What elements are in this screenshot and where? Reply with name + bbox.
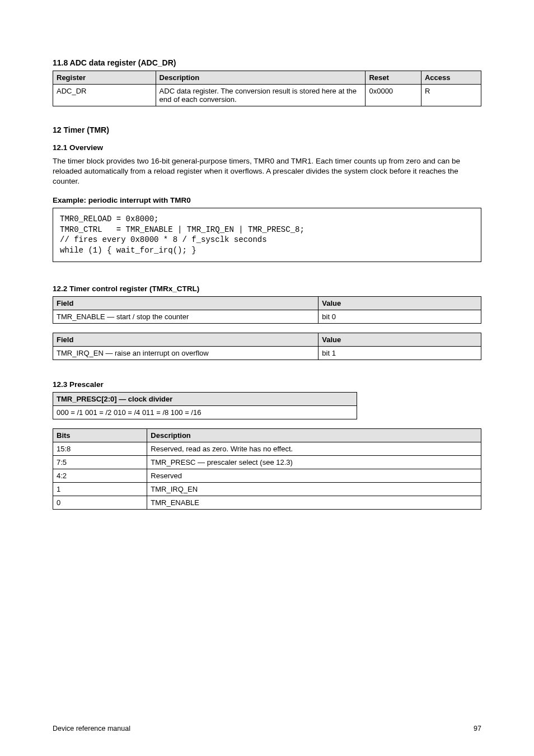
th-field-a: Field (53, 297, 318, 310)
td-bits-desc-0: Reserved, read as zero. Write has no eff… (147, 442, 481, 456)
td-bits-2: 4:2 (53, 469, 147, 483)
heading-12-1: 12.1 Overview (53, 143, 481, 152)
th-register: Register (53, 71, 156, 85)
th-reset: Reset (366, 71, 421, 85)
td-bits-desc-4: TMR_ENABLE (147, 496, 481, 510)
td-value-b: bit 1 (318, 347, 481, 360)
td-reset: 0x0000 (366, 85, 421, 106)
heading-12: 12 Timer (TMR) (53, 125, 481, 134)
td-bits-desc-2: Reserved (147, 469, 481, 483)
td-access: R (421, 85, 481, 106)
td-bits-4: 0 (53, 496, 147, 510)
heading-12-2: 12.2 Timer control register (TMRx_CTRL) (53, 284, 481, 293)
td-bits-desc-3: TMR_IRQ_EN (147, 483, 481, 496)
overview-paragraph: The timer block provides two 16-bit gene… (53, 156, 481, 187)
td-bits-desc-1: TMR_PRESC — prescaler select (see 12.3) (147, 456, 481, 469)
th-value-a: Value (318, 297, 481, 310)
table-ctrl-a: Field Value TMR_ENABLE — start / stop th… (53, 296, 481, 324)
table-adc-dr: Register Description Reset Access ADC_DR… (53, 71, 481, 106)
th-bits-desc: Description (147, 429, 481, 442)
td-bits-1: 7:5 (53, 456, 147, 469)
heading-11-8: 11.8 ADC data register (ADC_DR) (53, 58, 481, 67)
table-prescaler: TMR_PRESC[2:0] — clock divider 000 = /1 … (53, 392, 357, 419)
page-footer: Device reference manual 97 (53, 725, 481, 732)
td-field-a: TMR_ENABLE — start / stop the counter (53, 310, 318, 324)
th-description: Description (156, 71, 366, 85)
th-value-b: Value (318, 333, 481, 347)
table-bits: Bits Description 15:8 Reserved, read as … (53, 428, 481, 510)
td-field-b: TMR_IRQ_EN — raise an interrupt on overf… (53, 347, 318, 360)
td-bits-0: 15:8 (53, 442, 147, 456)
code-example: TMR0_RELOAD = 0x8000; TMR0_CTRL = TMR_EN… (53, 208, 481, 263)
table-ctrl-b: Field Value TMR_IRQ_EN — raise an interr… (53, 333, 481, 360)
td-prescaler: 000 = /1 001 = /2 010 = /4 011 = /8 100 … (53, 406, 357, 419)
footer-left: Device reference manual (53, 725, 130, 732)
td-value-a: bit 0 (318, 310, 481, 324)
td-bits-3: 1 (53, 483, 147, 496)
th-field-b: Field (53, 333, 318, 347)
th-bits: Bits (53, 429, 147, 442)
th-prescaler: TMR_PRESC[2:0] — clock divider (53, 393, 357, 406)
th-access: Access (421, 71, 481, 85)
td-desc: ADC data register. The conversion result… (156, 85, 366, 106)
code-caption: Example: periodic interrupt with TMR0 (53, 196, 481, 204)
heading-12-3: 12.3 Prescaler (53, 380, 481, 389)
footer-page-number: 97 (474, 725, 481, 732)
td-reg: ADC_DR (53, 85, 156, 106)
